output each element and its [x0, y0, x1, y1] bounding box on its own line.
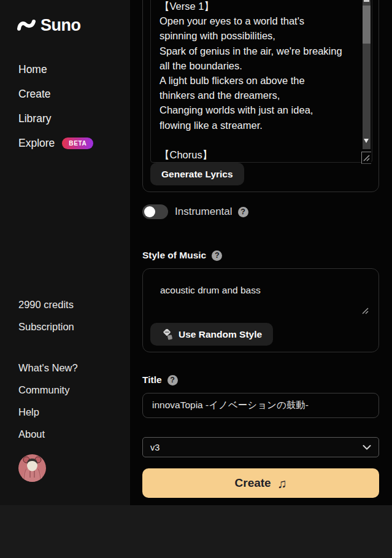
sidebar-item-create[interactable]: Create	[18, 87, 51, 101]
dice-icon	[161, 329, 173, 340]
version-selected-value: v3	[150, 443, 159, 452]
credits-count: 2990 credits	[18, 298, 74, 311]
instrumental-row: Instrumental ?	[142, 204, 248, 219]
style-of-music-label: Style of Music	[142, 250, 206, 261]
title-label-row: Title ?	[142, 374, 178, 386]
use-random-style-label: Use Random Style	[179, 329, 262, 340]
instrumental-toggle[interactable]	[142, 204, 168, 219]
title-label: Title	[142, 374, 162, 386]
sidebar: Suno Home Create Library Explore BETA 29…	[0, 0, 130, 505]
sidebar-item-subscription[interactable]: Subscription	[18, 320, 74, 333]
scrollbar-thumb[interactable]	[363, 6, 371, 44]
music-note-icon: ♫	[277, 477, 287, 490]
beta-badge: BETA	[62, 138, 93, 149]
suno-wave-icon	[17, 18, 36, 33]
suno-logo[interactable]: Suno	[17, 16, 81, 35]
style-help-icon[interactable]: ?	[212, 250, 222, 261]
sidebar-item-library[interactable]: Library	[18, 112, 52, 125]
user-avatar[interactable]	[18, 454, 46, 482]
lyrics-textarea[interactable]: 【Verse 1】 Open your eyes to a world that…	[150, 0, 372, 163]
use-random-style-button[interactable]: Use Random Style	[150, 323, 273, 346]
sidebar-item-whats-new[interactable]: What's New?	[18, 362, 78, 374]
bottom-bar	[0, 505, 392, 558]
lyrics-card: 【Verse 1】 Open your eyes to a world that…	[142, 0, 379, 192]
instrumental-label: Instrumental	[175, 206, 233, 218]
sidebar-item-about[interactable]: About	[18, 428, 45, 440]
instrumental-help-icon[interactable]: ?	[238, 207, 248, 217]
generate-lyrics-button[interactable]: Generate Lyrics	[150, 163, 244, 185]
nav-label-library: Library	[18, 112, 52, 125]
create-button-label: Create	[235, 476, 271, 490]
nav-label-explore: Explore	[18, 136, 55, 150]
logo-text: Suno	[40, 16, 81, 35]
style-resize-grip-icon[interactable]	[361, 307, 370, 316]
create-song-panel: 【Verse 1】 Open your eyes to a world that…	[130, 0, 392, 505]
scrollbar-up-icon[interactable]	[364, 0, 369, 2]
sidebar-item-community[interactable]: Community	[18, 384, 69, 396]
style-textarea[interactable]: acoustic drum and bass	[150, 275, 372, 324]
sidebar-item-help[interactable]: Help	[18, 406, 39, 418]
nav-label-home: Home	[18, 63, 47, 76]
sidebar-item-home[interactable]: Home	[18, 63, 47, 76]
style-card: acoustic drum and bass Use Random Style	[142, 268, 379, 352]
chevron-down-icon	[363, 445, 371, 450]
title-help-icon[interactable]: ?	[167, 375, 178, 386]
lyrics-resize-grip-icon[interactable]	[361, 152, 371, 164]
scrollbar-down-icon[interactable]	[364, 139, 369, 143]
sidebar-item-explore[interactable]: Explore BETA	[18, 136, 93, 150]
lyrics-scrollbar[interactable]	[363, 0, 371, 149]
create-button[interactable]: Create ♫	[142, 468, 379, 498]
title-input[interactable]	[142, 393, 379, 418]
style-of-music-label-row: Style of Music ?	[142, 250, 222, 261]
version-select[interactable]: v3	[142, 437, 379, 457]
toggle-knob	[144, 206, 155, 217]
nav-label-create: Create	[18, 87, 51, 101]
